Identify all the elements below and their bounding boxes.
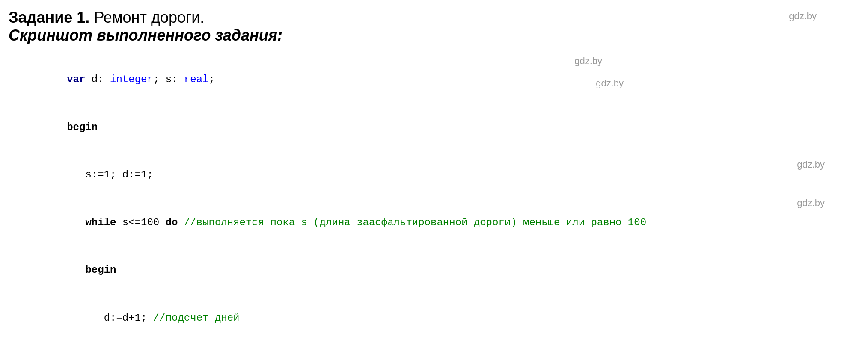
code-line-4: while s<=100 do //выполняется пока s (дл…: [18, 199, 850, 247]
watermark-code-top: gdz.by: [574, 54, 602, 68]
code-line-6: d:=d+1; //подсчет дней: [18, 294, 850, 342]
watermark-code-mid2: gdz.by: [797, 157, 825, 172]
title-line2: Скриншот выполненного задания:: [9, 27, 859, 44]
title-line1: Задание 1. Ремонт дороги.: [9, 9, 859, 27]
watermark-code-bot1: gdz.by: [797, 196, 825, 210]
code-line-7: s:=s+1/s; //подсчет заасфальтированной д…: [18, 342, 850, 351]
page-wrapper: Задание 1. Ремонт дороги. Скриншот выпол…: [0, 0, 868, 351]
code-area-container: gdz.by gdz.by gdz.by gdz.by gdz.by var d…: [9, 50, 859, 351]
code-area: gdz.by gdz.by gdz.by gdz.by gdz.by var d…: [9, 50, 859, 351]
code-line-1: var d: integer; s: real;: [18, 56, 850, 103]
code-line-3: s:=1; d:=1;: [18, 151, 850, 199]
code-line-2: begin: [18, 103, 850, 151]
watermark-top-right: gdz.by: [789, 11, 817, 22]
title-section: Задание 1. Ремонт дороги. Скриншот выпол…: [9, 4, 859, 47]
code-line-5: begin: [18, 246, 850, 294]
watermark-code-mid1: gdz.by: [596, 76, 624, 91]
